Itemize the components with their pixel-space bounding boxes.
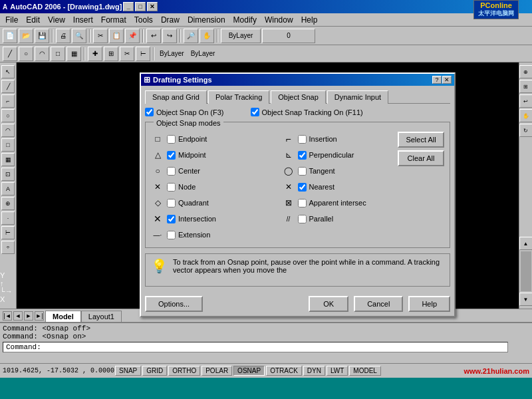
endpoint-checkbox[interactable] [167,135,176,144]
tab-nav-first[interactable]: |◄ [3,311,12,321]
snap-btn[interactable]: SNAP [115,366,141,376]
select-all-button[interactable]: Select All [398,132,444,148]
tab-nav-last[interactable]: ►| [35,311,44,321]
tb-save[interactable]: 💾 [35,29,49,43]
tab-nav-prev[interactable]: ◄ [13,311,23,321]
rt-pan[interactable]: ✋ [519,109,533,122]
options-button[interactable]: Options... [145,296,203,312]
tb-preview[interactable]: 🔍 [72,29,86,43]
tab-model[interactable]: Model [45,311,81,322]
lt-measure[interactable]: ⊢ [1,226,15,239]
lt-hatch[interactable]: ▦ [1,153,15,166]
rt-zoom-extents[interactable]: ⊞ [519,80,533,93]
menu-tools[interactable]: Tools [130,14,157,26]
rt-scrolltrack[interactable] [521,251,531,291]
maximize-btn[interactable]: □ [135,2,146,11]
lt-insert[interactable]: ⊕ [1,197,15,210]
object-snap-on-checkbox[interactable] [145,108,154,116]
lt-point[interactable]: · [1,211,15,225]
menu-edit[interactable]: Edit [22,14,44,26]
model-btn[interactable]: MODEL [349,366,381,376]
clear-all-button[interactable]: Clear All [398,150,444,166]
tb2-circle[interactable]: ○ [19,47,33,61]
menu-view[interactable]: View [44,14,69,26]
menu-window[interactable]: Window [261,14,297,26]
lt-select[interactable]: ↖ [1,65,15,78]
rt-orbit[interactable]: ↻ [519,124,533,137]
lt-rect[interactable]: □ [1,138,15,152]
tb-copy[interactable]: 📋 [109,29,124,43]
rt-scroll-up[interactable]: ▲ [519,237,533,250]
tb-open[interactable]: 📂 [19,29,33,43]
tb-redo[interactable]: ↪ [162,29,177,43]
node-checkbox[interactable] [167,183,176,192]
dialog-help-btn[interactable]: ? [432,76,442,84]
lt-arc[interactable]: ◠ [1,124,15,137]
tab-dynamic-input[interactable]: Dynamic Input [327,90,388,104]
tb-new[interactable]: 📄 [3,29,17,43]
tab-object-snap[interactable]: Object Snap [271,90,326,104]
intersection-checkbox[interactable] [167,215,176,223]
perpendicular-checkbox[interactable] [298,151,307,160]
tb2-move[interactable]: ✚ [88,47,102,61]
menu-file[interactable]: File [1,14,22,26]
ortho-btn[interactable]: ORTHO [168,366,200,376]
tb-undo[interactable]: ↩ [146,29,161,43]
menu-draw[interactable]: Draw [157,14,184,26]
insertion-checkbox[interactable] [298,135,307,144]
menu-help[interactable]: Help [297,14,322,26]
osnap-btn[interactable]: OSNAP [233,366,265,376]
apparent-checkbox[interactable] [298,199,307,207]
dialog-close-btn[interactable]: ✕ [442,76,452,84]
rt-scroll-down[interactable]: ▼ [519,293,533,306]
otrack-btn[interactable]: OTRACK [266,366,302,376]
cancel-button[interactable]: Cancel [354,296,403,312]
menu-modify[interactable]: Modify [229,14,261,26]
command-input[interactable] [3,342,508,352]
tb2-hatch[interactable]: ▦ [66,47,81,61]
ok-button[interactable]: OK [309,296,348,312]
menu-format[interactable]: Format [97,14,130,26]
quadrant-checkbox[interactable] [167,199,176,207]
extension-checkbox[interactable] [167,231,176,239]
lwt-btn[interactable]: LWT [327,366,348,376]
tb-zoom[interactable]: 🔎 [184,29,198,43]
object-snap-on-check[interactable]: Object Snap On (F3) [145,108,224,116]
parallel-checkbox[interactable] [298,215,307,223]
tangent-checkbox[interactable] [298,167,307,176]
lt-text[interactable]: A [1,182,15,196]
tab-snap-grid[interactable]: Snap and Grid [145,90,207,104]
nearest-checkbox[interactable] [298,183,307,192]
tb-cut[interactable]: ✂ [93,29,108,43]
lt-line[interactable]: ╱ [1,80,15,93]
tb-pan[interactable]: ✋ [200,29,214,43]
tb2-extend[interactable]: ⊢ [136,47,150,61]
tb-properties[interactable]: ByLayer [221,29,261,43]
menu-insert[interactable]: Insert [69,14,97,26]
help-button[interactable]: Help [408,296,450,312]
tab-layout1[interactable]: Layout1 [81,311,122,322]
polar-btn[interactable]: POLAR [201,366,232,376]
rt-zoom-prev[interactable]: ↩ [519,94,533,108]
center-checkbox[interactable] [167,167,176,176]
dyn-btn[interactable]: DYN [303,366,325,376]
tb-layer[interactable]: 0 [262,29,315,43]
lt-polyline[interactable]: ⌐ [1,94,15,108]
menu-dimension[interactable]: Dimension [184,14,229,26]
rt-zoom-window[interactable]: ⊕ [519,65,533,78]
minimize-btn[interactable]: _ [123,2,134,11]
grid-btn[interactable]: GRID [142,366,167,376]
tb2-rect[interactable]: □ [51,47,65,61]
lt-circle[interactable]: ○ [1,109,15,122]
close-btn[interactable]: ✕ [147,2,158,11]
snap-tracking-on-checkbox[interactable] [251,108,259,116]
snap-tracking-on-check[interactable]: Object Snap Tracking On (F11) [251,108,363,116]
tb2-arc[interactable]: ◠ [35,47,49,61]
tab-nav-next[interactable]: ► [24,311,33,321]
tb2-trim[interactable]: ✂ [120,47,134,61]
tab-polar-tracking[interactable]: Polar Tracking [208,90,269,104]
lt-divide[interactable]: ÷ [1,241,15,254]
tb2-copy2[interactable]: ⊞ [104,47,118,61]
tb-paste[interactable]: 📌 [125,29,140,43]
midpoint-checkbox[interactable] [167,151,176,160]
